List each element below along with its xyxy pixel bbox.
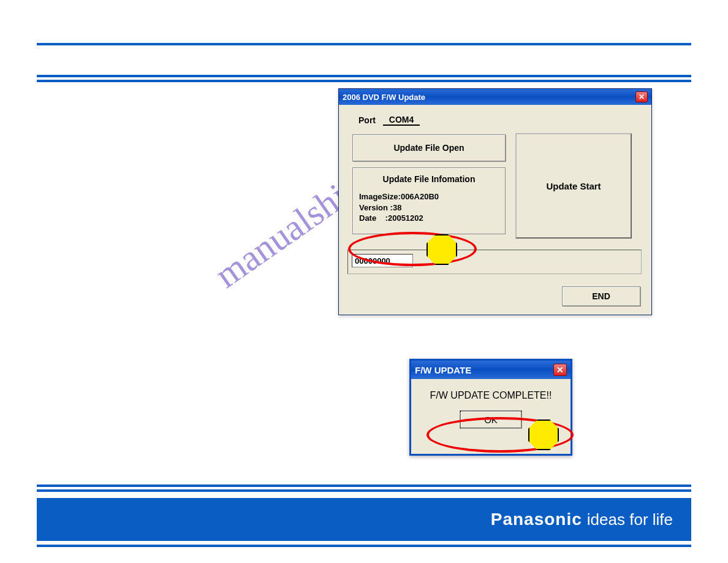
footer-brand: Panasonic [491, 510, 582, 529]
divider [37, 545, 691, 547]
date-text: Date :20051202 [359, 213, 499, 224]
dialog-message: F/W UPDATE COMPLETE!! [411, 379, 571, 404]
port-value: COM4 [383, 115, 420, 126]
update-file-open-button[interactable]: Update File Open [352, 134, 506, 161]
update-window: 2006 DVD F/W Update ✕ Port COM4 Update F… [338, 88, 652, 315]
titlebar: 2006 DVD F/W Update ✕ [339, 89, 651, 105]
image-size-text: ImageSize:006A20B0 [359, 191, 499, 202]
counter-value: 00000000 [352, 254, 413, 267]
file-info-group: Update File Infomation ImageSize:006A20B… [352, 167, 506, 234]
version-text: Version :38 [359, 202, 499, 213]
dialog-title: F/W UPDATE [415, 365, 553, 375]
divider [37, 43, 691, 45]
ok-button[interactable]: OK [460, 411, 521, 428]
port-row: Port COM4 [358, 115, 643, 126]
end-button[interactable]: END [562, 286, 640, 306]
close-icon[interactable]: ✕ [553, 364, 567, 376]
divider [37, 489, 691, 492]
footer-band: Panasonic ideas for life [37, 498, 691, 541]
progress-group: 00000000 [347, 250, 642, 274]
divider [37, 484, 691, 487]
footer-slogan: ideas for life [587, 510, 673, 529]
file-info-body: ImageSize:006A20B0 Version :38 Date :200… [353, 188, 505, 228]
close-icon[interactable]: ✕ [635, 91, 648, 102]
divider [37, 75, 691, 77]
titlebar: F/W UPDATE ✕ [411, 361, 571, 379]
file-info-header: Update File Infomation [353, 170, 505, 188]
message-dialog: F/W UPDATE ✕ F/W UPDATE COMPLETE!! OK [409, 359, 572, 456]
update-start-button[interactable]: Update Start [515, 133, 632, 239]
window-title: 2006 DVD F/W Update [343, 93, 635, 102]
port-label: Port [358, 115, 376, 125]
divider [37, 80, 691, 82]
